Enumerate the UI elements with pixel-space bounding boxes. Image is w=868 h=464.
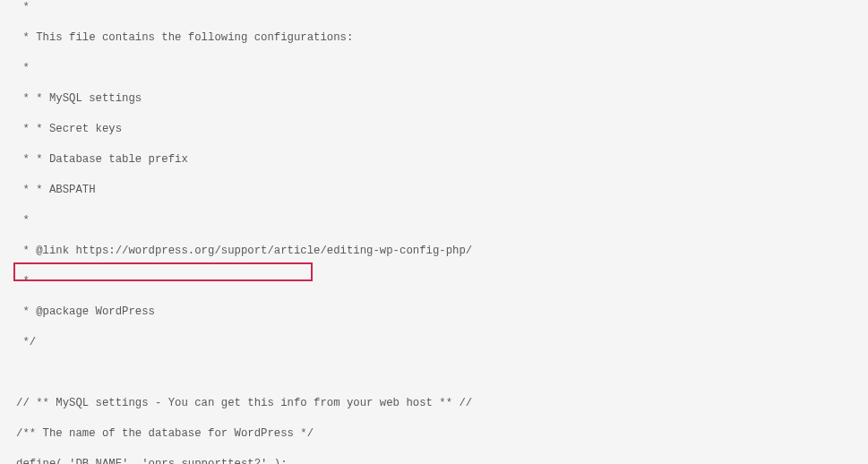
code-line-db-name: define( 'DB_NAME', 'onrs_supporttest2' )… [16,457,852,464]
code-line: * @package WordPress [16,305,852,320]
code-line: * [16,61,852,76]
code-line [16,365,852,381]
code-line: * This file contains the following confi… [16,30,852,46]
code-line: * [16,274,852,289]
code-line: * [16,0,852,15]
code-line: * * Secret keys [16,122,852,137]
code-line: */ [16,335,852,350]
code-line: * * Database table prefix [16,152,852,168]
code-line: * @link https://wordpress.org/support/ar… [16,244,852,259]
code-line: // ** MySQL settings - You can get this … [16,396,852,411]
code-line: /** The name of the database for WordPre… [16,426,852,442]
code-line: * * MySQL settings [16,91,852,107]
code-line: * * ABSPATH [16,183,852,198]
code-line: * [16,213,852,228]
code-block: * * This file contains the following con… [0,0,868,464]
